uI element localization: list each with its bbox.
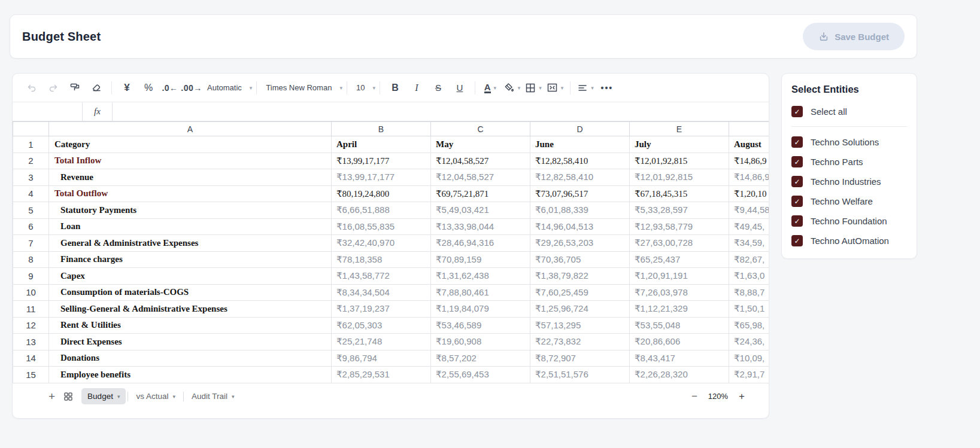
column-header-clipped[interactable] <box>729 122 770 136</box>
entity-item-5[interactable]: ✓Techno Foundation <box>791 215 907 227</box>
formula-input[interactable] <box>113 102 769 121</box>
row-number[interactable]: 7 <box>13 235 49 252</box>
column-header-A[interactable]: A <box>49 122 332 136</box>
row-number[interactable]: 5 <box>13 202 49 219</box>
row-number[interactable]: 3 <box>13 169 49 186</box>
row-number[interactable]: 8 <box>13 251 49 268</box>
cell-value[interactable]: ₹12,82,58,410 <box>530 169 630 186</box>
cell-category[interactable]: Statutory Payments <box>49 202 332 219</box>
cell-value[interactable]: ₹53,55,048 <box>630 317 729 334</box>
cell-category[interactable]: Finance charges <box>49 251 332 268</box>
cell-value[interactable]: ₹57,13,295 <box>530 317 630 334</box>
cell-value[interactable]: ₹14,96,04,513 <box>530 218 630 235</box>
cell-value[interactable]: ₹7,88,80,461 <box>431 284 530 301</box>
row-number[interactable]: 6 <box>13 218 49 235</box>
cell-value[interactable]: ₹2,91,7 <box>729 367 770 383</box>
cell-value[interactable]: ₹13,99,17,177 <box>332 169 431 186</box>
zoom-in-button[interactable]: + <box>739 391 745 403</box>
font-family-select[interactable]: Times New Roman ▾ <box>261 78 342 98</box>
cell-value[interactable]: ₹19,60,908 <box>431 334 530 351</box>
cell-value[interactable]: ₹7,26,03,978 <box>630 284 729 301</box>
cell-value[interactable]: ₹70,36,705 <box>530 251 630 268</box>
row-number[interactable]: 12 <box>13 317 49 334</box>
cell-value[interactable]: ₹78,18,358 <box>332 251 431 268</box>
cell-value[interactable]: ₹32,42,40,970 <box>332 235 431 252</box>
entity-item-4[interactable]: ✓Techno Welfare <box>791 196 907 207</box>
add-sheet-icon[interactable]: + <box>48 390 55 403</box>
row-number[interactable]: 9 <box>13 268 49 285</box>
cell-value[interactable]: ₹53,46,589 <box>431 317 530 334</box>
cell-value[interactable]: ₹7,60,25,459 <box>530 284 630 301</box>
row-number[interactable]: 13 <box>13 334 49 351</box>
cell-value[interactable]: ₹28,46,94,316 <box>431 235 530 252</box>
cell-value[interactable]: ₹8,43,417 <box>630 350 729 367</box>
percent-format-icon[interactable]: % <box>138 78 159 98</box>
tab-vs-actual[interactable]: vs Actual ▾ <box>130 388 181 404</box>
row-number[interactable]: 11 <box>13 301 49 318</box>
tab-audit-trail[interactable]: Audit Trail ▾ <box>186 388 241 404</box>
cell-value[interactable]: ₹14,86,9 <box>729 153 770 169</box>
cell-value[interactable]: ₹67,18,45,315 <box>630 185 729 202</box>
entity-checkbox[interactable]: ✓ <box>791 215 803 227</box>
cell-category-header[interactable]: Category <box>49 136 332 153</box>
cell-category[interactable]: General & Administrative Expenses <box>49 235 332 252</box>
cell-value[interactable]: ₹13,33,98,044 <box>431 218 530 235</box>
cell-category[interactable]: Direct Expenses <box>49 334 332 351</box>
align-icon[interactable]: ▾ <box>575 78 596 98</box>
cell-value[interactable]: ₹1,43,58,772 <box>332 268 431 285</box>
cell-value[interactable]: ₹49,45, <box>729 218 770 235</box>
currency-format-icon[interactable]: ¥ <box>116 78 138 98</box>
borders-icon[interactable]: ▾ <box>523 78 544 98</box>
cell-value[interactable]: ₹9,86,794 <box>332 350 431 367</box>
cell-category[interactable]: Loan <box>49 218 332 235</box>
cell-value[interactable]: ₹20,86,606 <box>630 334 729 351</box>
cell-value[interactable]: ₹12,04,58,527 <box>431 169 530 186</box>
cell-value[interactable]: ₹82,67, <box>729 251 770 268</box>
row-number[interactable]: 14 <box>13 350 49 367</box>
cell-value[interactable]: ₹1,20,91,191 <box>630 268 729 285</box>
paint-format-icon[interactable] <box>64 78 86 98</box>
eraser-icon[interactable] <box>86 78 107 98</box>
cell-value[interactable]: ₹62,05,303 <box>332 317 431 334</box>
row-number[interactable]: 10 <box>13 284 49 301</box>
cell-category[interactable]: Revenue <box>49 169 332 186</box>
cell-value[interactable]: ₹22,73,832 <box>530 334 630 351</box>
cell-value[interactable]: ₹14,86,9 <box>729 169 770 186</box>
cell-category[interactable]: Total Outflow <box>49 185 332 202</box>
cell-value[interactable]: ₹80,19,24,800 <box>332 185 431 202</box>
cell-value[interactable]: ₹29,26,53,203 <box>530 235 630 252</box>
text-color-icon[interactable]: A ▾ <box>480 78 501 98</box>
increase-decimal-icon[interactable]: .00→ <box>181 78 202 98</box>
cell-value[interactable]: ₹73,07,96,517 <box>530 185 630 202</box>
row-number[interactable]: 2 <box>13 153 49 169</box>
undo-icon[interactable] <box>21 78 43 98</box>
cell-name-box[interactable] <box>13 102 83 121</box>
cell-month-header[interactable]: August <box>729 136 770 153</box>
cell-value[interactable]: ₹2,85,29,531 <box>332 367 431 383</box>
cell-value[interactable]: ₹27,63,00,728 <box>630 235 729 252</box>
redo-icon[interactable] <box>43 78 64 98</box>
cell-category[interactable]: Selling-General & Administrative Expense… <box>49 301 332 318</box>
cell-value[interactable]: ₹24,36, <box>729 334 770 351</box>
font-size-select[interactable]: 10 ▾ <box>351 78 375 98</box>
cell-value[interactable]: ₹12,01,92,815 <box>630 153 729 169</box>
merge-cells-icon[interactable]: ▾ <box>544 78 566 98</box>
cell-value[interactable]: ₹1,38,79,822 <box>530 268 630 285</box>
entity-checkbox[interactable]: ✓ <box>791 136 803 148</box>
cell-value[interactable]: ₹1,20,10 <box>729 185 770 202</box>
strikethrough-icon[interactable]: S <box>427 78 449 98</box>
cell-category[interactable]: Employee benefits <box>49 367 332 383</box>
column-header-C[interactable]: C <box>431 122 530 136</box>
decrease-decimal-icon[interactable]: .0← <box>159 78 181 98</box>
cell-value[interactable]: ₹16,08,55,835 <box>332 218 431 235</box>
entity-checkbox[interactable]: ✓ <box>791 235 803 246</box>
column-header-D[interactable]: D <box>530 122 630 136</box>
cell-value[interactable]: ₹1,25,96,724 <box>530 301 630 318</box>
cell-value[interactable]: ₹65,98, <box>729 317 770 334</box>
cell-value[interactable]: ₹8,72,907 <box>530 350 630 367</box>
cell-value[interactable]: ₹12,93,58,779 <box>630 218 729 235</box>
cell-value[interactable]: ₹12,04,58,527 <box>431 153 530 169</box>
cell-value[interactable]: ₹69,75,21,871 <box>431 185 530 202</box>
select-all-cells-corner[interactable] <box>13 122 49 136</box>
cell-value[interactable]: ₹2,55,69,453 <box>431 367 530 383</box>
